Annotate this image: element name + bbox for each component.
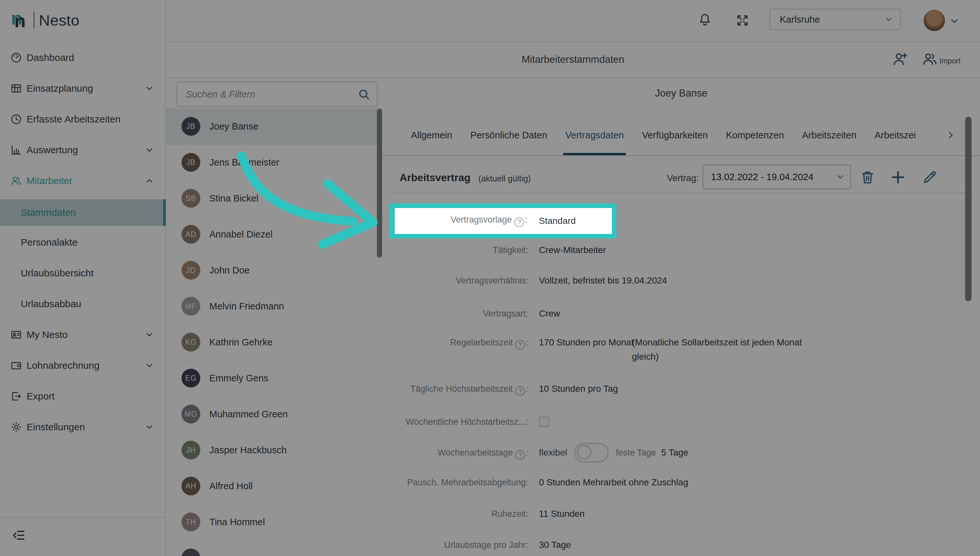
help-icon[interactable]: ? [514,217,524,227]
tutorial-dim-overlay [0,0,980,556]
spotlight-field-label: Vertragsvorlage?: [395,215,527,227]
tutorial-spotlight-vertragsvorlage: Vertragsvorlage?: Standard [390,204,616,238]
nesto-app: n n Nesto DashboardEinsatzplanungErfasst… [0,0,980,556]
spotlight-row: Vertragsvorlage?: Standard [395,208,612,234]
spotlight-field-value: Standard [539,216,576,226]
